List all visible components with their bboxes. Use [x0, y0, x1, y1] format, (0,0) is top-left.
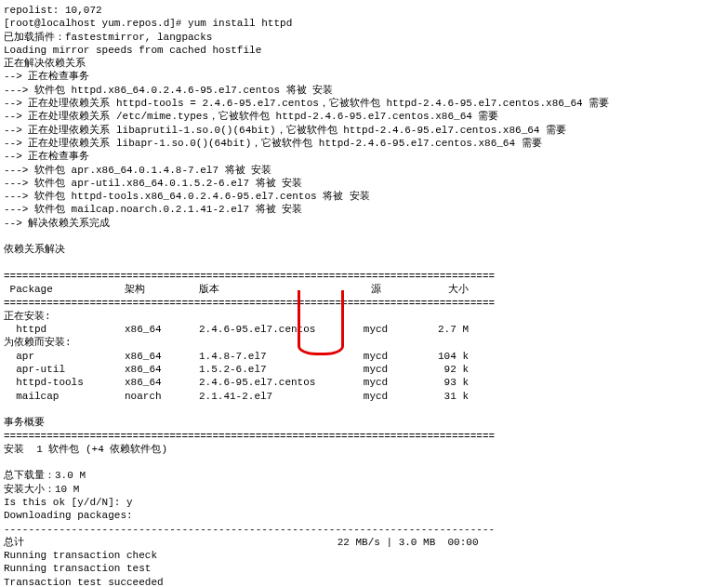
- total-line: 总计 22 MB/s | 3.0 MB 00:00: [4, 536, 724, 549]
- terminal-line: ---> 软件包 mailcap.noarch.0.2.1.41-2.el7 将…: [4, 203, 724, 216]
- cell: 92 k: [413, 363, 469, 376]
- cell: 2.1.41-2.el7: [199, 390, 338, 403]
- cell: 2.4.6-95.el7.centos: [199, 376, 338, 389]
- cell: x86_64: [125, 323, 199, 336]
- blank-line: [4, 230, 724, 243]
- col-arch: 架构: [125, 283, 199, 296]
- cell: httpd: [4, 323, 125, 336]
- cell: noarch: [125, 390, 199, 403]
- blank-line: [4, 257, 724, 270]
- terminal-line: ---> 软件包 httpd.x86_64.0.2.4.6-95.el7.cen…: [4, 84, 724, 97]
- cell: x86_64: [125, 363, 199, 376]
- cell: mycd: [338, 350, 413, 363]
- terminal-line: --> 正在处理依赖关系 /etc/mime.types，它被软件包 httpd…: [4, 110, 724, 123]
- terminal-line: ---> 软件包 apr-util.x86_64.0.1.5.2-6.el7 将…: [4, 177, 724, 190]
- cell: httpd-tools: [4, 376, 125, 389]
- cell: 93 k: [413, 376, 469, 389]
- col-package: Package: [4, 283, 125, 296]
- install-summary: 安装 1 软件包 (+4 依赖软件包): [4, 443, 724, 456]
- separator: ========================================…: [4, 270, 724, 283]
- cell: x86_64: [125, 350, 199, 363]
- package-row: apr-utilx86_641.5.2-6.el7mycd92 k: [4, 363, 724, 376]
- install-size: 安装大小：10 M: [4, 483, 724, 496]
- package-row: httpdx86_642.4.6-95.el7.centosmycd2.7 M: [4, 323, 724, 336]
- terminal-line: repolist: 10,072: [4, 4, 724, 17]
- cell: 1.5.2-6.el7: [199, 363, 338, 376]
- download-total: 总下载量：3.0 M: [4, 469, 724, 482]
- cell: 2.4.6-95.el7.centos: [199, 323, 338, 336]
- package-row: aprx86_641.4.8-7.el7mycd104 k: [4, 350, 724, 363]
- terminal-line: --> 正在检查事务: [4, 70, 724, 83]
- downloading-label: Downloading packages:: [4, 509, 724, 522]
- table-header: Package 架构 版本 源 大小: [4, 283, 724, 296]
- installing-label: 正在安装:: [4, 310, 724, 323]
- cell: mycd: [338, 390, 413, 403]
- package-row: mailcapnoarch2.1.41-2.el7mycd31 k: [4, 390, 724, 403]
- separator: ========================================…: [4, 297, 724, 310]
- terminal-line: 正在解决依赖关系: [4, 57, 724, 70]
- cell: apr-util: [4, 363, 125, 376]
- col-repo: 源: [338, 283, 413, 296]
- terminal-line: 已加载插件：fastestmirror, langpacks: [4, 31, 724, 44]
- terminal-line: --> 正在处理依赖关系 libaprutil-1.so.0()(64bit)，…: [4, 124, 724, 137]
- cell: mycd: [338, 376, 413, 389]
- cell: 2.7 M: [413, 323, 469, 336]
- terminal-line: --> 正在处理依赖关系 libapr-1.so.0()(64bit)，它被软件…: [4, 137, 724, 150]
- confirm-prompt[interactable]: Is this ok [y/d/N]: y: [4, 496, 724, 509]
- cell: apr: [4, 350, 125, 363]
- blank-line: [4, 456, 724, 469]
- resolved-line: 依赖关系解决: [4, 243, 724, 256]
- terminal-line: --> 正在检查事务: [4, 150, 724, 163]
- separator: ========================================…: [4, 430, 724, 443]
- summary-label: 事务概要: [4, 416, 724, 429]
- deps-installing-label: 为依赖而安装:: [4, 336, 724, 349]
- terminal-line: Running transaction test: [4, 562, 724, 575]
- cell: mycd: [338, 323, 413, 336]
- terminal-line: Running transaction check: [4, 549, 724, 562]
- terminal-line: Transaction test succeeded: [4, 576, 724, 587]
- col-version: 版本: [199, 283, 338, 296]
- col-size: 大小: [413, 283, 469, 296]
- cell: 104 k: [413, 350, 469, 363]
- cell: mycd: [338, 363, 413, 376]
- package-row: httpd-toolsx86_642.4.6-95.el7.centosmycd…: [4, 376, 724, 389]
- terminal-line: ---> 软件包 httpd-tools.x86_64.0.2.4.6-95.e…: [4, 190, 724, 203]
- cell: mailcap: [4, 390, 125, 403]
- cell: 31 k: [413, 390, 469, 403]
- terminal-line: ---> 软件包 apr.x86_64.0.1.4.8-7.el7 将被 安装: [4, 164, 724, 177]
- blank-line: [4, 403, 724, 416]
- terminal-line: [root@localhost yum.repos.d]# yum instal…: [4, 17, 724, 30]
- cell: 1.4.8-7.el7: [199, 350, 338, 363]
- terminal-line: --> 正在处理依赖关系 httpd-tools = 2.4.6-95.el7.…: [4, 97, 724, 110]
- terminal-line: Loading mirror speeds from cached hostfi…: [4, 44, 724, 57]
- cell: x86_64: [125, 376, 199, 389]
- separator: ----------------------------------------…: [4, 523, 724, 536]
- terminal-line: --> 解决依赖关系完成: [4, 217, 724, 230]
